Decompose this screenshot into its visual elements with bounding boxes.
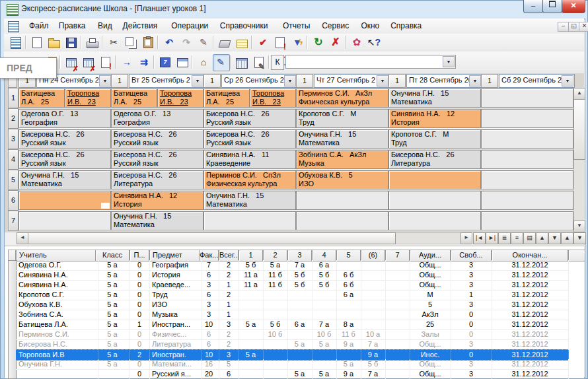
cell-Предмет[interactable]: География <box>149 260 202 270</box>
cell-Своб[interactable]: 3 <box>451 260 492 270</box>
cell-2[interactable] <box>263 359 288 369</box>
move-next-button[interactable]: → <box>119 54 136 71</box>
schedule-cell-r1-d2-p1[interactable]: БатищеваЛ.А. 25 <box>111 88 157 108</box>
day-5-dropdown-icon[interactable]: ▼ <box>469 75 481 86</box>
schedule-cell-r2-d4[interactable]: Кропотов С.Г. МТруд <box>296 109 388 128</box>
schedule-cell-r7-d3[interactable] <box>203 211 296 230</box>
class-combobox-dropdown-icon[interactable]: ▼ <box>443 56 455 67</box>
move-down-button[interactable]: ▼ <box>573 232 586 244</box>
cell-4[interactable] <box>312 359 337 369</box>
day-3-dropdown-icon[interactable]: ▼ <box>284 75 296 86</box>
cell-2[interactable]: 11 б <box>263 270 288 280</box>
cell-4[interactable]: 7 а <box>312 320 337 329</box>
cell-Своб[interactable]: 0 <box>451 320 492 329</box>
cell-Фак[interactable]: 16 <box>199 359 219 369</box>
cell-Фак[interactable]: 6 <box>199 290 219 300</box>
cell-П[interactable]: 0 <box>129 290 150 300</box>
cell-П[interactable]: 0 <box>129 280 150 290</box>
cell-Окончан[interactable]: 31.12.2012 <box>492 359 569 369</box>
cell-Своб[interactable]: 3 <box>451 270 492 280</box>
cell-Класс[interactable]: 5 а <box>95 350 130 360</box>
cell-2[interactable] <box>263 290 288 300</box>
mdi-minimize-button[interactable]: – <box>558 22 569 32</box>
cell-Окончан[interactable]: 31.12.2012 <box>492 290 569 300</box>
schedule-cell-r1-d3-p1[interactable]: БатищеваЛ.А. 25 <box>203 88 250 108</box>
schedule-cell-r7-d5[interactable] <box>388 211 481 230</box>
menu-item-8[interactable]: Сервис <box>316 18 354 34</box>
teacher-row-5[interactable]: Обухова К.В.5 а0ИЗО315331.12.2012 <box>16 300 568 310</box>
cell-4[interactable]: 5 а <box>312 369 337 379</box>
grid-hscroll-thumb[interactable] <box>28 232 396 244</box>
schedule-cell-r4-d2[interactable]: Бисерова Н.С. 26Русский язык <box>111 150 203 169</box>
cell-П[interactable]: 2 <box>129 350 150 360</box>
cell-Своб[interactable]: 3 <box>451 369 492 379</box>
cell-Предмет[interactable]: Музыка <box>149 310 202 320</box>
cell-Ауди[interactable]: 5 <box>410 300 451 310</box>
menu-item-1[interactable]: Файл <box>24 18 54 34</box>
cell-Всег[interactable]: 1 <box>219 310 239 320</box>
cell-5[interactable]: 6 б <box>336 270 361 280</box>
schedule-cell-r6-d2[interactable]: Синявина Н.А. 12История <box>111 191 203 210</box>
cell-Ауди[interactable]: 25 <box>410 320 451 329</box>
cell-1[interactable] <box>239 290 264 300</box>
cell-1[interactable]: 5 а <box>239 350 264 360</box>
close-button[interactable]: ✕ <box>562 0 585 13</box>
cell-5[interactable] <box>336 310 361 320</box>
cell-3[interactable]: 7 а <box>287 260 312 270</box>
cell-7[interactable] <box>385 350 410 360</box>
schedule-cell-r3-d3[interactable]: Бисерова Н.С. 26Русский язык <box>203 129 296 149</box>
cell-Учитель[interactable]: Торопова И.В <box>16 350 98 360</box>
teacher-row-1[interactable]: Одегова О.Г.5 а0География725 б5 а7 а6 аО… <box>16 260 568 271</box>
cell-Учитель[interactable]: Бисерова Н.С. <box>16 339 98 349</box>
cell-Всег[interactable]: 3 <box>219 350 239 360</box>
schedule-cell-r1-d1-p1[interactable]: БатищеваЛ.А. 25 <box>18 88 65 108</box>
cell-(6)[interactable] <box>361 290 386 300</box>
cell-Всег[interactable]: 5 <box>219 359 239 369</box>
teacher-row-4[interactable]: Кропотов С.Г.5 а0Труд626 аМ131.12.2012 <box>16 290 568 300</box>
menu-item-7[interactable]: Отчеты <box>277 18 315 34</box>
schedule-cell-r5-d4[interactable]: Обухова К.В. 5ИЗО <box>296 170 388 190</box>
day-6-date-combobox[interactable]: Сб 29 Сентябрь 2▼ <box>499 74 575 88</box>
schedule-cell-r4-d3[interactable]: Синявина Н.А. 11Краеведение <box>203 150 296 169</box>
cell-Учитель[interactable]: Зобнина С.А. <box>16 310 98 320</box>
cell-Фак[interactable]: 10 <box>199 320 219 329</box>
filter-lightning-button[interactable]: ▼ϟ <box>289 34 307 52</box>
cell-Окончан[interactable]: 31.12.2012 <box>492 339 569 349</box>
cell-(6)[interactable] <box>361 320 386 329</box>
cell-7[interactable] <box>385 310 410 320</box>
rose-button[interactable]: ✿ <box>349 34 366 52</box>
cell-7[interactable] <box>385 280 410 290</box>
cell-Окончан[interactable]: 31.12.2012 <box>492 329 569 339</box>
schedule-cell-r1-d6[interactable] <box>481 88 573 108</box>
cell-2[interactable] <box>263 350 288 360</box>
context-help-button[interactable]: ↖? <box>366 34 383 52</box>
cell-Фак[interactable]: 20 <box>199 369 219 379</box>
cell-Ауди[interactable]: Общ... <box>410 280 451 290</box>
cell-5[interactable]: 9 а <box>336 369 361 379</box>
day-2-dropdown-icon[interactable]: ▼ <box>192 75 203 86</box>
schedule-cell-r3-d4[interactable]: Онучина Г.Н. 15Математика <box>296 129 388 149</box>
refresh-button[interactable]: ↻ <box>311 34 328 52</box>
schedule-cell-r2-d6[interactable] <box>481 109 573 128</box>
cell-Предмет[interactable]: Литература <box>149 339 202 349</box>
cell-Фак[interactable]: 10 <box>199 350 219 360</box>
cell-Учитель[interactable]: Обухова К.В. <box>16 300 98 310</box>
day-2-date-combobox[interactable]: Вт 25 Сентябрь 2▼ <box>129 74 205 88</box>
cell-Окончан[interactable]: 31.12.2012 <box>492 260 569 270</box>
cell-Окончан[interactable]: 31.12.2012 <box>492 320 569 329</box>
save-button[interactable] <box>63 34 81 52</box>
cell-Своб[interactable]: 3 <box>451 359 492 369</box>
schedule-cell-r6-d3[interactable]: Онучина Г.Н. 15Математика <box>203 191 296 210</box>
day-4-dropdown-icon[interactable]: ▼ <box>377 75 388 86</box>
cell-Учитель[interactable]: Одегова О.Г. <box>16 260 98 270</box>
schedule-cell-r7-d4[interactable] <box>296 211 388 230</box>
cell-Ауди[interactable]: М <box>410 290 451 300</box>
cell-Класс[interactable] <box>95 369 130 379</box>
cell-2[interactable]: 5 б <box>263 320 288 329</box>
cell-Предмет[interactable]: Физичес... <box>149 329 202 339</box>
schedule-cell-r1-d1-p2[interactable]: ТороповаИ.В. 23 <box>65 88 111 108</box>
nav-last-button[interactable]: ►| <box>486 232 498 244</box>
schedule-cell-r1-d3-p2[interactable]: ТороповаИ.В. 23 <box>250 88 296 108</box>
day-4-lesson-count[interactable]: 1 <box>296 74 313 88</box>
teacher-row-8[interactable]: Перминов С.И.5 а0Физичес...6210 б10 б11 … <box>16 329 568 340</box>
